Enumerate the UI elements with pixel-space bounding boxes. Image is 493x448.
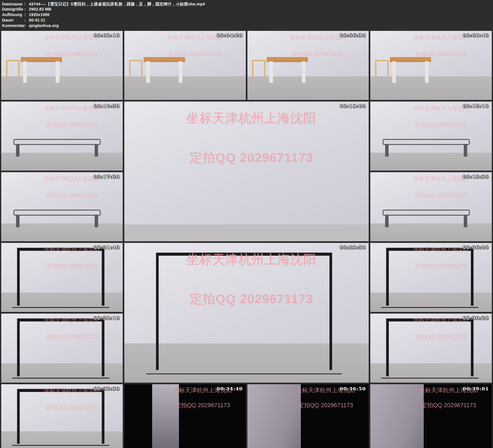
desk-silhouette [390, 57, 431, 61]
video-thumbnail-2: 坐标天津杭州上海沈阳 定拍QQ 2029671173 00:04:20 [124, 31, 246, 100]
scene-carpet [370, 76, 492, 100]
video-thumbnail-8: 坐标天津杭州上海沈阳 定拍QQ 2029671173 00:17:20 [1, 172, 123, 241]
timestamp-overlay: 00:36:50 [340, 386, 366, 391]
metal-frame-silhouette [17, 248, 104, 306]
timestamp-overlay: 00:39:01 [463, 386, 489, 391]
video-thumbnail-18: 坐标天津杭州上海沈阳 定拍QQ 2029671173 00:39:01 [370, 384, 492, 448]
video-thumbnail-13: 坐标天津杭州上海沈阳 定拍QQ 2029671173 00:28:10 [1, 314, 123, 383]
timestamp-overlay: 00:26:00 [463, 245, 489, 250]
metal-frame-silhouette [386, 248, 473, 306]
cot-silhouette [13, 210, 101, 216]
scene-wall [124, 101, 369, 241]
timestamp-overlay: 00:28:10 [94, 315, 120, 321]
scene-carpet [124, 224, 369, 241]
timestamp-overlay: 00:30:20 [463, 315, 489, 321]
duration-value: 00:41:11 [29, 18, 45, 22]
scene-carpet [247, 76, 369, 100]
metadata-row-duration: Dauer : 00:41:11 [2, 18, 493, 23]
timestamp-overlay: 00:08:40 [463, 33, 489, 38]
metadata-colon: : [24, 7, 29, 11]
scene-carpet [1, 76, 123, 100]
metal-frame-silhouette [17, 318, 104, 377]
video-thumbnail-5: 坐标天津杭州上海沈阳 定拍QQ 2029671173 00:10:50 [1, 101, 123, 171]
video-thumbnail-9: 坐标天津杭州上海沈阳 定拍QQ 2029671173 00:19:30 [370, 172, 492, 241]
metal-frame-silhouette [386, 318, 473, 377]
metadata-label: Dateiname [2, 2, 24, 7]
frame-base [381, 307, 478, 308]
frame-base [12, 378, 109, 379]
video-thumbnail-10: 坐标天津杭州上海沈阳 定拍QQ 2029671173 00:21:40 [1, 243, 123, 312]
scene-carpet [124, 76, 246, 100]
metadata-label: Dateigröße [2, 7, 24, 11]
chair-silhouette [129, 60, 143, 78]
metadata-colon: : [24, 23, 29, 28]
video-thumbnail-15: 坐标天津杭州上海沈阳 定拍QQ 2029671173 00:32:30 [1, 384, 123, 448]
metadata-row-filename: Dateiname : 43744----【雪宝日记】S雪回归，上课桌底玩弄私努… [2, 1, 493, 7]
timestamp-overlay: 00:06:30 [340, 33, 366, 38]
timestamp-overlay: 00:02:10 [94, 33, 120, 38]
cot-silhouette [13, 139, 101, 145]
timestamp-overlay: 00:17:20 [94, 174, 120, 179]
desk-silhouette [144, 57, 185, 61]
scene-background [124, 384, 246, 448]
timestamp-overlay: 00:32:30 [94, 386, 120, 391]
video-thumbnail-3: 坐标天津杭州上海沈阳 定拍QQ 2029671173 00:06:30 [247, 31, 369, 100]
comment-value: qinglanhua.org [29, 23, 59, 28]
video-thumbnail-6-large: 坐标天津杭州上海沈阳 定拍QQ 2029671173 00:13:00 [124, 101, 369, 241]
metadata-colon: : [24, 18, 29, 22]
chair-silhouette [375, 60, 389, 78]
video-thumbnail-1: 坐标天津杭州上海沈阳 定拍QQ 2029671173 00:02:10 [1, 31, 123, 100]
metadata-label: Auflösung [2, 12, 24, 17]
chair-silhouette [6, 60, 20, 78]
timestamp-overlay: 00:19:30 [463, 174, 489, 179]
timestamp-overlay: 00:10:50 [94, 103, 120, 109]
metadata-row-filesize: Dateigröße : 2902.83 MB [2, 7, 493, 12]
frame-base [381, 378, 478, 379]
desk-silhouette [21, 57, 62, 61]
filesize-value: 2902.83 MB [29, 7, 51, 11]
thumbnail-grid: 坐标天津杭州上海沈阳 定拍QQ 2029671173 00:02:10 坐标天津… [0, 31, 493, 448]
video-thumbnail-14: 坐标天津杭州上海沈阳 定拍QQ 2029671173 00:30:20 [370, 314, 492, 383]
video-thumbnail-4: 坐标天津杭州上海沈阳 定拍QQ 2029671173 00:08:40 [370, 31, 492, 100]
frame-base [146, 373, 342, 374]
inset-image-strip [152, 384, 179, 448]
metadata-row-comment: Kommentar : qinglanhua.org [2, 23, 493, 29]
video-thumbnail-17: 坐标天津杭州上海沈阳 定拍QQ 2029671173 00:36:50 [247, 384, 369, 448]
video-thumbnail-12: 坐标天津杭州上海沈阳 定拍QQ 2029671173 00:26:00 [370, 243, 492, 312]
desk-silhouette [267, 57, 308, 61]
cot-silhouette [382, 210, 470, 216]
timestamp-overlay: 00:23:50 [340, 245, 366, 250]
metadata-label: Kommentar [2, 23, 24, 28]
metadata-colon: : [24, 12, 29, 17]
metal-frame-silhouette [156, 253, 332, 370]
timestamp-overlay: 00:04:20 [216, 33, 243, 38]
timestamp-overlay: 00:15:10 [463, 103, 489, 109]
metadata-colon: : [24, 2, 29, 7]
filename-value: 43744----【雪宝日记】S雪回归，上课桌底玩弄私努，踩脸，足，脚，固定榨汁… [29, 1, 205, 7]
video-thumbnail-16: 坐标天津杭州上海沈阳 定拍QQ 2029671173 00:34:40 [124, 384, 246, 448]
timestamp-overlay: 00:34:40 [216, 386, 243, 391]
metadata-label: Dauer [2, 18, 24, 22]
timestamp-overlay: 00:21:40 [94, 245, 120, 250]
video-thumbnail-11-large: 坐标天津杭州上海沈阳 定拍QQ 2029671173 00:23:50 [124, 243, 369, 383]
timestamp-overlay: 00:13:00 [340, 103, 366, 109]
metal-frame-silhouette [17, 389, 104, 444]
inset-image-strip [247, 384, 301, 448]
metadata-row-resolution: Auflösung : 1920x1080 [2, 12, 493, 18]
chair-silhouette [252, 60, 266, 78]
frame-base [12, 307, 109, 308]
video-thumbnail-7: 坐标天津杭州上海沈阳 定拍QQ 2029671173 00:15:10 [370, 101, 492, 171]
resolution-value: 1920x1080 [29, 12, 50, 17]
frame-base [12, 445, 109, 446]
cot-silhouette [382, 139, 470, 145]
file-metadata-header: Dateiname : 43744----【雪宝日记】S雪回归，上课桌底玩弄私努… [0, 0, 493, 31]
inset-image-strip [370, 384, 424, 448]
